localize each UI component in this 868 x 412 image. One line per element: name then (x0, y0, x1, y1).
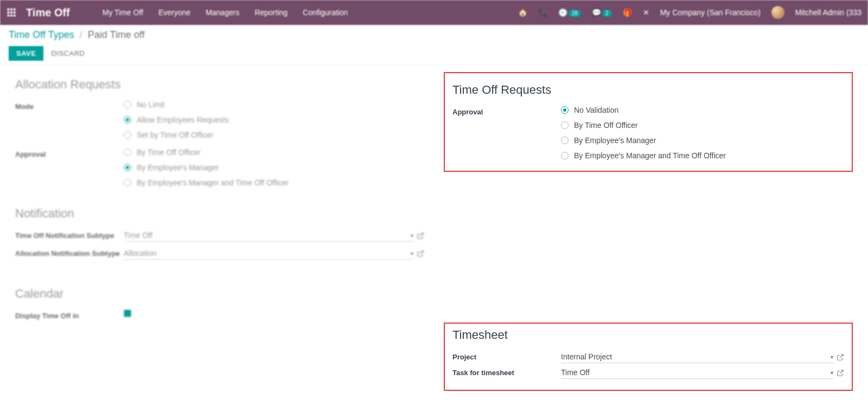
label-project: Project (452, 351, 561, 361)
svg-line-12 (840, 370, 843, 373)
menu-managers[interactable]: Managers (206, 8, 239, 17)
section-calendar: Calendar (15, 287, 424, 301)
svg-rect-1 (10, 9, 12, 11)
section-timesheet: Timesheet (452, 328, 844, 342)
select-to-notif[interactable]: Time Off▾ (124, 229, 413, 242)
messages-icon[interactable]: 💬2 (592, 8, 612, 17)
external-link-icon[interactable] (837, 353, 844, 361)
radio-mode-allow[interactable]: Allow Employees Requests (124, 115, 424, 124)
external-link-icon[interactable] (417, 250, 424, 258)
nav-right: 🏠 📞 🕘28 💬2 🎁 ✕ My Company (San Francisco… (518, 6, 861, 19)
breadcrumb-current: Paid Time off (88, 29, 145, 41)
radio-mode-no-limit[interactable]: No Limit (124, 100, 424, 109)
radio-alloc-officer[interactable]: By Time Off Officer (124, 148, 424, 157)
label-mode: Mode (15, 100, 124, 111)
breadcrumb-separator: / (80, 29, 82, 41)
select-alloc-notif[interactable]: Allocation▾ (124, 247, 413, 260)
control-panel: Time Off Types / Paid Time off SAVE DISC… (0, 25, 868, 66)
app-brand[interactable]: Time Off (26, 7, 70, 19)
radio-alloc-both[interactable]: By Employee's Manager and Time Off Offic… (124, 178, 424, 187)
top-nav: Time Off My Time Off Everyone Managers R… (0, 0, 868, 25)
external-link-icon[interactable] (417, 232, 424, 240)
menu-configuration[interactable]: Configuration (303, 8, 348, 17)
avatar[interactable] (771, 6, 784, 19)
phone-icon[interactable]: 📞 (538, 8, 547, 17)
svg-line-10 (420, 250, 423, 254)
section-time-off-requests: Time Off Requests (452, 83, 844, 97)
user-menu[interactable]: Mitchell Admin (333 (795, 8, 861, 17)
radio-mode-set[interactable]: Set by Time Off Officer (124, 131, 424, 139)
form-sheet: Allocation Requests Mode No Limit Allow … (0, 66, 868, 412)
highlight-timesheet: Timesheet Project Internal Project▾ Task… (444, 323, 853, 391)
activity-icon[interactable]: 🕘28 (558, 8, 581, 17)
label-req-approval: Approval (452, 106, 561, 116)
close-icon[interactable]: ✕ (643, 8, 649, 17)
main-menu: My Time Off Everyone Managers Reporting … (103, 8, 348, 17)
svg-rect-3 (8, 11, 10, 14)
chevron-down-icon: ▾ (831, 370, 833, 376)
radio-req-no-validation[interactable]: No Validation (561, 106, 844, 114)
label-display-calendar: Display Time Off in (15, 310, 124, 320)
menu-reporting[interactable]: Reporting (254, 8, 288, 17)
home-icon[interactable]: 🏠 (518, 8, 527, 17)
right-column: Time Off Requests Approval No Validation… (434, 72, 863, 391)
svg-rect-6 (8, 15, 10, 17)
label-task: Task for timesheet (452, 366, 561, 377)
radio-req-officer[interactable]: By Time Off Officer (561, 121, 844, 130)
save-button[interactable]: SAVE (9, 46, 43, 61)
select-project[interactable]: Internal Project▾ (561, 351, 833, 363)
breadcrumb: Time Off Types / Paid Time off (9, 29, 859, 41)
svg-line-9 (420, 233, 423, 236)
discard-button[interactable]: DISCARD (51, 49, 85, 57)
svg-rect-2 (14, 9, 16, 11)
radio-req-manager[interactable]: By Employee's Manager (561, 136, 844, 145)
chevron-down-icon: ▾ (411, 250, 413, 256)
menu-my-time-off[interactable]: My Time Off (103, 8, 143, 17)
chevron-down-icon: ▾ (411, 233, 413, 239)
svg-rect-8 (14, 15, 16, 17)
label-alloc-approval: Approval (15, 148, 124, 158)
label-to-notif: Time Off Notification Subtype (15, 229, 124, 240)
label-alloc-notif: Allocation Notification Subtype (15, 247, 124, 258)
svg-rect-0 (8, 9, 10, 11)
left-column: Allocation Requests Mode No Limit Allow … (5, 72, 434, 391)
highlight-time-off-requests: Time Off Requests Approval No Validation… (444, 72, 853, 172)
breadcrumb-root[interactable]: Time Off Types (9, 29, 74, 41)
radio-alloc-manager[interactable]: By Employee's Manager (124, 163, 424, 172)
gift-icon[interactable]: 🎁 (623, 8, 632, 17)
checkbox-display-calendar[interactable] (124, 310, 131, 317)
svg-rect-5 (14, 11, 16, 14)
menu-everyone[interactable]: Everyone (158, 8, 190, 17)
svg-rect-4 (10, 11, 12, 14)
svg-line-11 (840, 354, 843, 357)
apps-icon[interactable] (7, 8, 16, 17)
section-allocation-requests: Allocation Requests (15, 78, 424, 92)
chevron-down-icon: ▾ (831, 354, 833, 360)
external-link-icon[interactable] (837, 369, 844, 377)
company-switcher[interactable]: My Company (San Francisco) (660, 8, 761, 17)
select-task[interactable]: Time Off▾ (561, 366, 833, 379)
svg-rect-7 (10, 15, 12, 17)
section-notification: Notification (15, 207, 424, 221)
radio-req-both[interactable]: By Employee's Manager and Time Off Offic… (561, 151, 844, 160)
